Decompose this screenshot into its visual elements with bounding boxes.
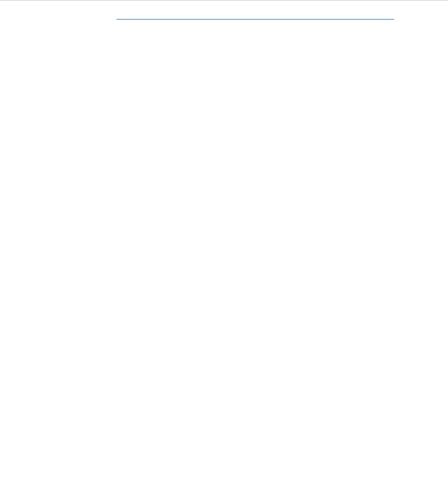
file-list-2 (116, 19, 394, 22)
folder-tree (0, 0, 448, 1)
